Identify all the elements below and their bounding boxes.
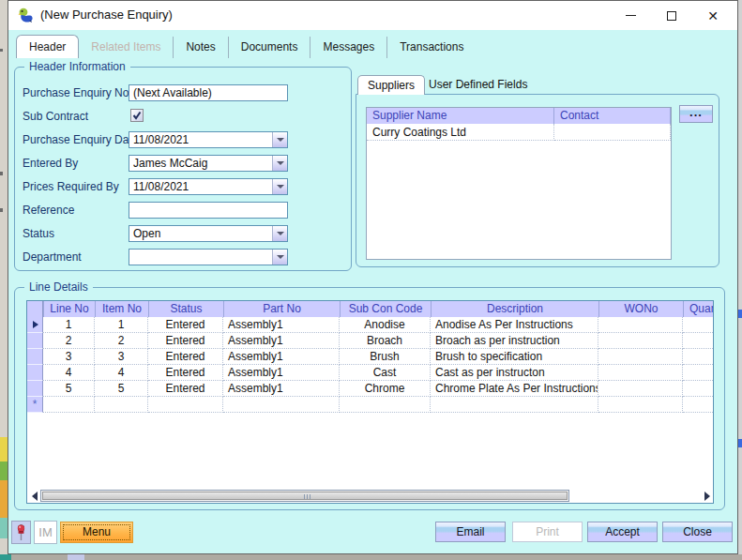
entered-by-combo[interactable]: James McCaig [129,155,288,172]
suppliers-more-button[interactable]: ... [679,105,713,123]
tab-transactions[interactable]: Transactions [387,37,476,58]
prices-required-by-combo[interactable]: 11/08/2021 [129,178,288,195]
scrollbar-track[interactable] [40,490,569,502]
grid-col-header[interactable]: WONo [598,301,683,317]
grid-cell[interactable]: Anodise As Per Instructions [431,317,598,333]
grid-cell[interactable]: Broach [340,333,431,349]
title-bar[interactable]: (New Purchase Enquiry) ✕ [8,1,737,30]
row-selector[interactable] [27,381,43,397]
grid-cell[interactable]: 4 [43,365,95,381]
supplier-contact-cell[interactable] [554,124,671,141]
purchase-enquiry-no-input[interactable]: (Next Available) [129,84,288,101]
tab-messages[interactable]: Messages [310,37,387,58]
menu-button[interactable]: Menu [60,522,133,543]
grid-row[interactable]: 44EnteredAssembly1CastCast as per instru… [27,365,713,381]
grid-cell[interactable]: 1 [95,317,148,333]
grid-col-header[interactable]: Item No [95,301,148,317]
row-selector[interactable] [27,317,43,333]
grid-row[interactable]: 55EnteredAssembly1ChromeChrome Plate As … [27,381,713,397]
status-combo[interactable]: Open [129,225,288,242]
horizontal-scrollbar[interactable] [27,489,713,503]
grid-new-row[interactable]: * [27,397,713,413]
accept-button[interactable]: Accept [587,522,658,542]
grid-cell[interactable] [598,333,683,349]
grid-cell[interactable]: 2 [95,333,148,349]
maximize-button[interactable] [651,1,692,30]
grid-cell[interactable]: Cast [340,365,431,381]
department-combo[interactable] [129,249,288,265]
tab-notes[interactable]: Notes [174,37,228,58]
tab-documents[interactable]: Documents [229,37,311,58]
scroll-right-icon[interactable] [704,492,710,501]
close-button[interactable]: Close [662,522,733,542]
grid-cell[interactable] [223,397,340,413]
grid-cell[interactable]: Chrome Plate As Per Instructions [431,381,598,397]
grid-cell[interactable] [683,397,714,413]
sub-contract-checkbox[interactable] [130,109,144,122]
grid-cell[interactable]: Assembly1 [223,365,340,381]
grid-col-header[interactable]: Part No [223,301,340,317]
row-selector[interactable] [27,365,43,381]
grid-cell[interactable]: Entered [148,317,223,333]
grid-cell[interactable] [598,397,683,413]
grid-cell[interactable]: 1 [43,317,95,333]
grid-cell[interactable] [598,317,683,333]
grid-row[interactable]: 22EnteredAssembly1BroachBroach as per in… [27,333,713,349]
im-button[interactable]: IM [34,521,57,544]
email-button[interactable]: Email [435,522,506,542]
grid-cell[interactable]: Chrome [340,381,431,397]
dropdown-arrow-icon[interactable] [272,250,287,265]
close-window-button[interactable]: ✕ [692,1,734,30]
grid-cell[interactable]: Brush to specification [431,349,598,365]
grid-cell[interactable]: Entered [148,365,223,381]
grid-col-header[interactable]: Quantity [683,301,714,317]
grid-cell[interactable]: 3 [95,349,148,365]
grid-col-header[interactable]: Description [431,301,598,317]
dropdown-arrow-icon[interactable] [272,226,287,241]
grid-cell[interactable] [148,397,223,413]
tab-user-defined-fields[interactable]: User Defined Fields [419,75,537,95]
grid-cell[interactable]: Brush [340,349,431,365]
new-row-selector[interactable]: * [27,397,43,413]
grid-cell[interactable]: Assembly1 [223,381,340,397]
grid-cell[interactable] [683,317,714,333]
grid-row[interactable]: 11EnteredAssembly1AnodiseAnodise As Per … [27,317,713,333]
grid-cell[interactable]: Cast as per instructon [431,365,598,381]
grid-cell[interactable]: 5 [43,381,95,397]
grid-cell[interactable]: Broach as per instruction [431,333,598,349]
pin-button[interactable] [11,521,31,544]
reference-input[interactable] [129,202,288,219]
grid-cell[interactable] [683,333,714,349]
grid-cell[interactable]: Assembly1 [223,333,340,349]
grid-col-header[interactable]: Status [148,301,223,317]
scroll-left-icon[interactable] [32,492,38,501]
scrollbar-thumb[interactable] [42,492,568,500]
grid-cell[interactable]: 4 [95,365,148,381]
grid-cell[interactable] [431,397,598,413]
grid-cell[interactable]: Assembly1 [223,349,340,365]
grid-col-header[interactable]: Line No [43,301,95,317]
grid-col-header[interactable]: Sub Con Code [340,301,431,317]
grid-cell[interactable] [95,397,148,413]
dropdown-arrow-icon[interactable] [272,179,287,194]
grid-cell[interactable] [683,381,714,397]
supplier-row[interactable]: Curry Coatings Ltd [367,124,671,141]
tab-header[interactable]: Header [16,35,79,58]
grid-cell[interactable]: 3 [43,349,95,365]
grid-cell[interactable]: 2 [43,333,95,349]
grid-cell[interactable] [598,365,683,381]
purchase-enquiry-date-combo[interactable]: 11/08/2021 [129,131,288,148]
grid-cell[interactable] [598,381,683,397]
grid-cell[interactable]: Anodise [340,317,431,333]
row-selector[interactable] [27,349,43,365]
grid-cell[interactable]: Entered [148,381,223,397]
grid-cell[interactable] [340,397,431,413]
grid-cell[interactable]: 5 [95,381,148,397]
supplier-name-cell[interactable]: Curry Coatings Ltd [367,124,554,141]
grid-cell[interactable]: Entered [148,333,223,349]
grid-cell[interactable] [683,349,714,365]
minimize-button[interactable] [610,1,651,30]
grid-cell[interactable]: Entered [148,349,223,365]
grid-cell[interactable] [683,365,714,381]
grid-cell[interactable] [43,397,95,413]
